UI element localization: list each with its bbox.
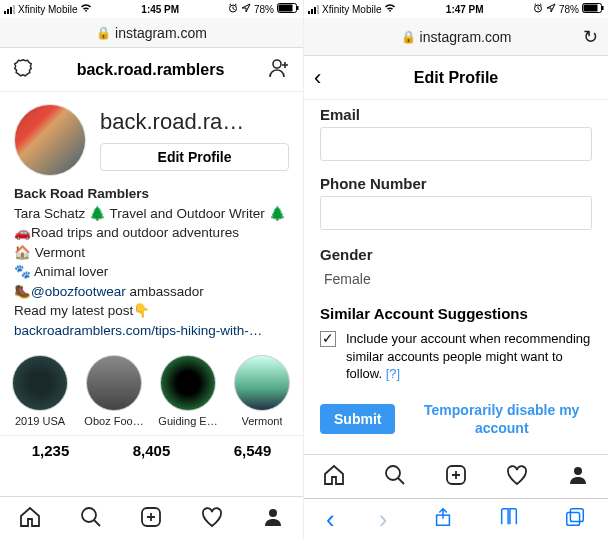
url-text: instagram.com [420,29,512,45]
signal-icon [308,5,319,14]
gender-label: Gender [320,246,592,263]
lock-icon: 🔒 [96,26,111,40]
battery-label: 78% [559,4,579,15]
profile-icon[interactable] [261,505,285,533]
lock-icon: 🔒 [401,30,416,44]
ig-header: back.road.ramblers [0,48,303,92]
url-bar[interactable]: 🔒 instagram.com ↻ [304,18,608,56]
phone-field[interactable] [320,196,592,230]
status-bar: Xfinity Mobile 1:45 PM 78% [0,0,303,18]
bio-line: 🏠 Vermont [14,243,289,263]
edit-profile-button[interactable]: Edit Profile [100,143,289,171]
highlight-label: 2019 USA [15,415,65,427]
highlight-item[interactable]: Guiding E… [156,355,220,427]
bio: Back Road Ramblers Tara Schatz 🌲 Travel … [0,182,303,349]
profile-icon[interactable] [566,463,590,491]
highlight-item[interactable]: Oboz Foo… [82,355,146,427]
bio-line: 🥾@obozfootwear ambassador [14,282,289,302]
disable-account-link[interactable]: Temporarily disable my account [411,401,592,437]
svg-rect-11 [602,6,604,10]
highlight-thumb [12,355,68,411]
home-icon[interactable] [18,505,42,533]
highlight-label: Oboz Foo… [84,415,143,427]
email-label: Email [320,106,592,123]
highlight-thumb [160,355,216,411]
activity-icon[interactable] [505,463,529,491]
svg-point-4 [273,60,281,68]
sas-checkbox[interactable] [320,331,336,347]
safari-back-icon[interactable]: ‹ [326,504,335,535]
wifi-icon [80,3,92,15]
avatar[interactable] [14,104,86,176]
signal-icon [4,5,15,14]
stat-followers[interactable]: 8,405 [101,442,202,459]
alarm-icon [533,3,543,15]
svg-point-14 [574,467,582,475]
phone-label: Phone Number [320,175,592,192]
search-icon[interactable] [383,463,407,491]
battery-label: 78% [254,4,274,15]
highlight-item[interactable]: 2019 USA [8,355,72,427]
stat-following[interactable]: 6,549 [202,442,303,459]
new-post-icon[interactable] [139,505,163,533]
svg-rect-16 [570,508,583,521]
profile-name: Back Road Ramblers [14,184,289,204]
svg-point-5 [82,508,96,522]
clock: 1:45 PM [141,4,179,15]
bio-line: 🐾 Animal lover [14,262,289,282]
home-icon[interactable] [322,463,346,491]
carrier-label: Xfinity Mobile [322,4,381,15]
highlights-row: 2019 USA Oboz Foo… Guiding E… Vermont [0,349,303,435]
location-icon [241,3,251,15]
highlight-label: Guiding E… [158,415,217,427]
sas-title: Similar Account Suggestions [320,305,592,322]
safari-share-icon[interactable] [432,506,454,534]
page-title: Edit Profile [414,69,498,87]
svg-rect-3 [297,6,299,10]
safari-tabs-icon[interactable] [564,506,586,534]
bottom-nav [0,496,303,540]
svg-point-12 [386,466,400,480]
clock: 1:47 PM [446,4,484,15]
email-field[interactable] [320,127,592,161]
url-bar[interactable]: 🔒 instagram.com [0,18,303,48]
settings-icon[interactable] [12,57,34,83]
new-post-icon[interactable] [444,463,468,491]
highlight-item[interactable]: Vermont [230,355,294,427]
carrier-label: Xfinity Mobile [18,4,77,15]
discover-people-icon[interactable] [267,56,291,84]
mention-link[interactable]: @obozfootwear [31,284,126,299]
safari-bookmarks-icon[interactable] [498,506,520,534]
battery-icon [582,3,604,15]
bio-line: Read my latest post👇 [14,301,289,321]
svg-rect-10 [584,5,598,12]
submit-button[interactable]: Submit [320,404,395,434]
wifi-icon [384,3,396,15]
stat-posts[interactable]: 1,235 [0,442,101,459]
location-icon [546,3,556,15]
highlight-thumb [86,355,142,411]
refresh-icon[interactable]: ↻ [583,26,598,48]
highlight-label: Vermont [242,415,283,427]
battery-icon [277,3,299,15]
help-link[interactable]: [?] [386,366,400,381]
search-icon[interactable] [79,505,103,533]
bio-line: 🚗Road trips and outdoor adventures [14,223,289,243]
back-icon[interactable]: ‹ [314,65,321,91]
stats-row: 1,235 8,405 6,549 [0,435,303,461]
svg-rect-2 [279,5,293,12]
url-text: instagram.com [115,25,207,41]
safari-forward-icon[interactable]: › [379,504,388,535]
activity-icon[interactable] [200,505,224,533]
bio-link[interactable]: backroadramblers.com/tips-hiking-with-… [14,323,262,338]
highlight-thumb [234,355,290,411]
bottom-nav [304,454,608,498]
alarm-icon [228,3,238,15]
username-display: back.road.ra… [100,109,289,135]
svg-rect-17 [567,512,580,525]
safari-toolbar: ‹ › [304,498,608,540]
gender-value[interactable]: Female [320,267,592,291]
svg-point-7 [269,509,277,517]
sas-description: Include your account when recommending s… [346,330,592,383]
header-username[interactable]: back.road.ramblers [34,61,267,79]
